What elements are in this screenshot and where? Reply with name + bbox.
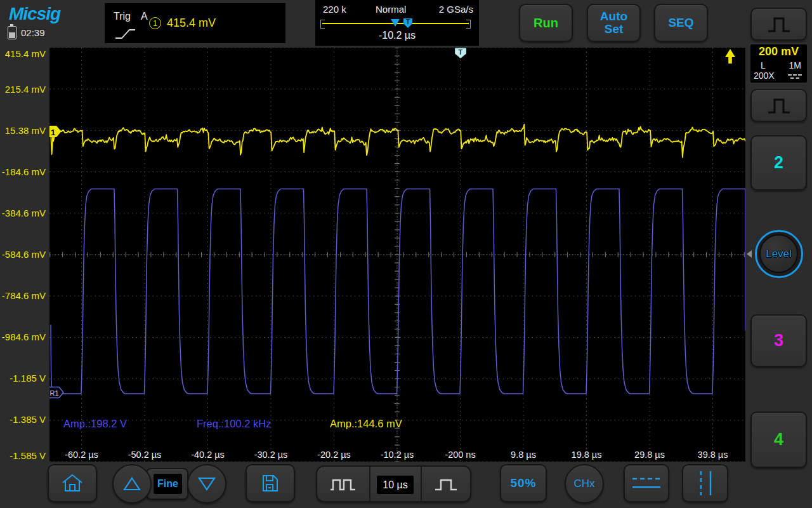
autoset-label-2: Set xyxy=(605,23,624,36)
voltage-label-1: 215.4 mV xyxy=(5,84,46,95)
fine-mode-indicator[interactable]: Fine xyxy=(154,474,182,494)
channel-4-label: 4 xyxy=(774,430,783,450)
voltage-label-8: -1.185 V xyxy=(10,373,46,384)
channel-2-button[interactable]: 2 xyxy=(750,135,807,190)
ch1-impedance: 1M xyxy=(789,60,801,70)
memory-bar-right-bracket xyxy=(466,20,471,29)
voltage-label-5: -584.6 mV xyxy=(2,249,46,260)
acq-mode: Normal xyxy=(376,4,406,15)
seq-button[interactable]: SEQ xyxy=(654,4,708,42)
level-knob-face[interactable]: Level xyxy=(759,234,798,273)
level-knob-label: Level xyxy=(766,248,792,260)
horizontal-cursors-icon xyxy=(631,474,662,493)
zoom-in-timebase-button[interactable] xyxy=(421,467,473,501)
divider xyxy=(369,467,370,501)
channel1-info-box[interactable]: 200 mV L 1M 200X xyxy=(750,44,807,83)
channel-4-button[interactable]: 4 xyxy=(750,411,807,468)
voltage-label-9: -1.385 V xyxy=(10,414,46,425)
time-label-2: -40.2 µs xyxy=(191,450,225,460)
graticule-and-traces[interactable]: 1R1T xyxy=(49,48,745,462)
single-pulse-icon xyxy=(432,474,461,493)
timebase-label: 10 µs xyxy=(383,479,407,491)
wave-type-bottom-button[interactable] xyxy=(750,89,807,122)
trigger-position-mini-marker[interactable]: T xyxy=(403,18,412,28)
channel-3-button[interactable]: 3 xyxy=(750,314,807,367)
time-label-10: 39.8 µs xyxy=(698,450,728,460)
svg-text:R1: R1 xyxy=(50,389,59,397)
measurement-2: Amp.:144.6 mV xyxy=(330,418,402,430)
sample-rate: 2 GSa/s xyxy=(439,4,473,15)
zoom-out-timebase-button[interactable] xyxy=(317,467,369,501)
dc-coupling-icon xyxy=(788,74,802,79)
multi-pulse-icon xyxy=(329,474,358,493)
down-triangle-icon xyxy=(197,476,216,492)
ch1-probe: 200X xyxy=(754,70,775,81)
seq-label: SEQ xyxy=(668,16,693,30)
wave-type-top-button[interactable] xyxy=(750,8,807,41)
fifty-percent-label: 50% xyxy=(510,476,536,490)
measurement-0: Amp.:198.2 V xyxy=(63,418,127,430)
horizontal-offset: -10.2 µs xyxy=(315,30,479,41)
waveform-display[interactable]: 1R1T-60.2 µs-50.2 µs-40.2 µs-30.2 µs-20.… xyxy=(49,48,745,462)
time-label-7: 9.8 µs xyxy=(511,450,536,460)
measurement-1: Freq.:100.2 kHz xyxy=(197,418,271,430)
ch1-scale: 200 mV xyxy=(750,45,807,58)
up-triangle-icon xyxy=(122,476,141,492)
time-label-4: -20.2 µs xyxy=(317,450,351,460)
channel-2-label: 2 xyxy=(774,153,783,173)
run-button[interactable]: Run xyxy=(519,4,573,42)
memory-bar-left-bracket xyxy=(320,20,325,29)
window-position-marker[interactable] xyxy=(391,19,400,27)
ch1-coupling: L xyxy=(761,60,766,70)
channel-3-label: 3 xyxy=(774,331,783,351)
level-knob[interactable]: Level xyxy=(755,230,803,278)
knob-side-arrow-icon xyxy=(747,250,752,258)
trigger-level-value: 415.4 mV xyxy=(167,17,216,30)
step-up-button[interactable] xyxy=(112,464,152,504)
vertical-cursors-icon xyxy=(693,469,718,497)
time-label-8: 19.8 µs xyxy=(572,450,602,460)
fifty-percent-button[interactable]: 50% xyxy=(500,464,547,502)
chx-label: CHx xyxy=(573,478,594,490)
timebase-group: 10 µs xyxy=(316,465,471,502)
horizontal-cursors-button[interactable] xyxy=(624,464,669,502)
vertical-cursors-button[interactable] xyxy=(682,464,728,502)
oscilloscope-app: Micsig 02:39 Trig A 1 415.4 mV 220 k Nor… xyxy=(0,0,812,508)
timebase-value[interactable]: 10 µs xyxy=(377,476,414,494)
rising-edge-icon xyxy=(114,26,138,41)
memory-depth: 220 k xyxy=(323,4,346,15)
time-label-5: -10.2 µs xyxy=(381,450,414,460)
pulse-icon xyxy=(765,13,793,36)
step-down-button[interactable] xyxy=(187,464,226,504)
home-icon xyxy=(60,472,85,494)
trig-label: Trig xyxy=(114,11,131,22)
autoset-button[interactable]: Auto Set xyxy=(587,4,641,42)
voltage-label-7: -984.6 mV xyxy=(2,331,46,343)
pulse-icon xyxy=(765,94,793,117)
time-label-1: -50.2 µs xyxy=(128,450,162,460)
voltage-label-4: -384.6 mV xyxy=(2,208,46,219)
time-label-9: 29.8 µs xyxy=(634,450,665,460)
chx-button[interactable]: CHx xyxy=(565,464,604,504)
channel-1-badge: 1 xyxy=(149,17,161,29)
save-button[interactable] xyxy=(246,464,295,502)
time-label-6: -200 ns xyxy=(445,450,475,460)
autoset-label-1: Auto xyxy=(600,10,627,23)
time-label-3: -30.2 µs xyxy=(254,450,288,460)
fine-label: Fine xyxy=(157,478,178,490)
home-button[interactable] xyxy=(48,464,97,502)
time-label-0: -60.2 µs xyxy=(65,450,98,460)
acquisition-panel[interactable]: 220 k Normal 2 GSa/s T -10.2 µs xyxy=(315,0,479,46)
voltage-label-6: -784.6 mV xyxy=(2,290,46,302)
svg-text:T: T xyxy=(459,48,463,56)
voltage-label-3: -184.6 mV xyxy=(2,166,46,178)
svg-text:1: 1 xyxy=(51,128,55,137)
save-icon xyxy=(259,472,281,494)
voltage-label-10: -1.585 V xyxy=(10,450,46,462)
trigger-panel[interactable]: Trig A 1 415.4 mV xyxy=(105,3,285,43)
trig-selector: A xyxy=(141,11,148,22)
voltage-label-0: 415.4 mV xyxy=(5,48,46,60)
voltage-label-2: 15.38 mV xyxy=(5,125,46,137)
run-label: Run xyxy=(534,16,558,30)
voltage-axis: 415.4 mV215.4 mV15.38 mV-184.6 mV-384.6 … xyxy=(0,0,48,508)
